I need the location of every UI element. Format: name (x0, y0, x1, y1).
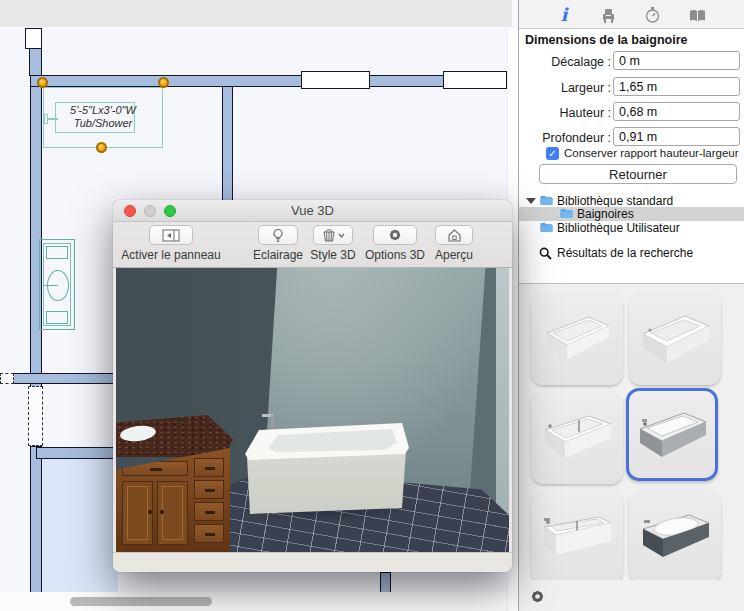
width-field[interactable] (613, 77, 740, 96)
library-tree: Bibliothèque standard Baignoires Bibliot… (519, 190, 744, 282)
bathtub-image (637, 507, 713, 567)
tub-label-line1: 5'-5"Lx3'-0"W (43, 104, 163, 117)
lighting-button[interactable] (258, 225, 298, 245)
thumbnail-baignoire-2[interactable] (629, 292, 721, 385)
bathtub-image (637, 309, 713, 369)
tree-item-label: Baignoires (577, 207, 634, 221)
window-opening-1[interactable] (301, 71, 370, 89)
door-opening-dashed-vertical[interactable] (28, 386, 43, 446)
folder-icon (540, 222, 553, 233)
panel-toggle-button[interactable] (149, 225, 193, 245)
style3d-label: Style 3D (308, 248, 358, 262)
tree-item-baignoires[interactable]: Baignoires (519, 207, 744, 221)
search-icon (539, 247, 552, 260)
3d-scene[interactable] (116, 268, 509, 552)
inspector-tabbar: i (519, 0, 744, 29)
lighting-label: Eclairage (250, 248, 306, 262)
thumbnail-baignoire-3[interactable] (531, 391, 623, 484)
chevron-down-icon (338, 233, 345, 238)
sink-cabinet-bottom (46, 311, 68, 324)
preview-button[interactable] (435, 225, 473, 245)
3d-window-footer (113, 552, 512, 572)
thumbnail-baignoire-1[interactable] (531, 292, 623, 385)
depth-label: Profondeur : (521, 131, 611, 145)
book-icon (688, 8, 707, 23)
tab-time[interactable] (642, 5, 662, 25)
info-icon: i (561, 6, 568, 24)
preview-label: Aperçu (432, 248, 476, 262)
tab-furniture[interactable] (598, 5, 618, 25)
tub-label: 5'-5"Lx3'-0"W Tub/Shower (43, 104, 163, 130)
tab-library[interactable] (687, 5, 707, 25)
thumbnail-baignoire-4-selected[interactable] (626, 388, 718, 481)
sink-faucet-line (44, 285, 58, 286)
bathtub-image (539, 507, 615, 567)
height-label: Hauteur : (521, 106, 611, 120)
tree-item-search-results[interactable]: Résultats de la recherche (519, 246, 744, 260)
wall-left-lower[interactable] (30, 446, 42, 597)
selection-handle[interactable] (96, 142, 107, 153)
keep-ratio-checkbox[interactable]: ✓ (546, 147, 559, 160)
selection-handle[interactable] (158, 77, 169, 88)
width-label: Largeur : (521, 81, 611, 95)
vanity-drawer (194, 458, 224, 477)
selection-handle[interactable] (37, 77, 48, 88)
style3d-button[interactable] (313, 225, 353, 245)
furniture-chair-icon (600, 7, 617, 24)
lightbulb-icon (271, 228, 285, 243)
folder-icon (540, 195, 553, 206)
window-opening-2[interactable] (443, 71, 507, 89)
panel-toggle-label: Activer le panneau (116, 248, 226, 262)
vanity-drawer (194, 480, 224, 499)
thumbnail-baignoire-6[interactable] (629, 490, 721, 583)
tub-label-line2: Tub/Shower (43, 117, 163, 130)
thumbnail-baignoire-5[interactable] (531, 490, 623, 583)
flip-button[interactable]: Retourner (539, 164, 737, 184)
bathtub-image (539, 408, 615, 468)
library-bottom-bar: Rechercher (519, 580, 744, 611)
vanity-door-right (157, 481, 188, 545)
inspector-section-title: Dimensions de la baignoire (525, 33, 688, 47)
plan-horizontal-scrollbar[interactable] (70, 597, 212, 606)
wall-top-left-stub[interactable] (29, 48, 42, 76)
bathtub-image (539, 309, 615, 369)
wall-left-upper[interactable] (30, 86, 42, 387)
wall-lower-horizontal[interactable] (36, 447, 118, 459)
home-icon (447, 228, 462, 242)
tree-item-label: Bibliothèque Utilisateur (557, 221, 680, 235)
inspector-panel: i (518, 0, 744, 611)
keep-ratio-label: Conserver rapport hauteur-largeur (564, 147, 739, 159)
sink-fixture[interactable] (39, 239, 75, 330)
stopwatch-icon (644, 6, 661, 24)
room-fill (42, 459, 118, 599)
disclosure-triangle-icon[interactable] (526, 198, 536, 204)
height-field[interactable] (613, 102, 740, 121)
3d-view-window[interactable]: Vue 3D Activer le panneau (113, 200, 512, 572)
options3d-button[interactable] (373, 225, 417, 245)
window-opening-stub[interactable] (25, 28, 42, 49)
tree-item-standard-library[interactable]: Bibliothèque standard (519, 194, 744, 208)
wall-interior-vertical[interactable] (222, 86, 233, 205)
window-title: Vue 3D (113, 203, 512, 218)
tree-item-label: Résultats de la recherche (557, 246, 693, 260)
wall-top[interactable] (30, 75, 507, 87)
scene-tub-faucet-stem (271, 415, 274, 427)
folder-icon (560, 208, 573, 219)
depth-field[interactable] (613, 127, 740, 146)
door-opening-dashed-left[interactable] (0, 373, 14, 384)
3d-toolbar: Activer le panneau Eclairage (113, 222, 512, 268)
vanity-drawer (194, 524, 224, 543)
app-window: 5'-5"Lx3'-0"W Tub/Shower Vue 3D (0, 0, 744, 611)
tree-item-user-library[interactable]: Bibliothèque Utilisateur (519, 221, 744, 235)
bathtub-image (634, 405, 710, 465)
library-gear-button[interactable] (529, 588, 546, 605)
offset-field[interactable] (613, 51, 740, 70)
gear-icon (387, 227, 403, 243)
sink-cabinet-top (46, 246, 68, 259)
basket-icon (322, 228, 336, 242)
options3d-label: Options 3D (363, 248, 427, 262)
offset-label: Décalage : (521, 55, 611, 69)
wall-middle-horizontal[interactable] (13, 373, 118, 384)
tab-info[interactable]: i (554, 5, 574, 25)
3d-window-titlebar[interactable]: Vue 3D (113, 200, 512, 222)
